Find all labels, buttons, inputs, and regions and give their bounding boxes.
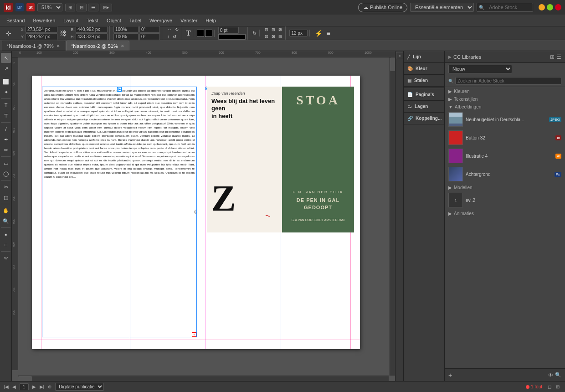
maximize-btn[interactable] — [547, 4, 553, 10]
next-page-btn[interactable]: ▶ — [32, 384, 36, 389]
model-item[interactable]: 1 evl.2 — [445, 191, 565, 209]
scale-y-input[interactable] — [113, 33, 139, 40]
h-input[interactable] — [76, 33, 108, 40]
stoa-book-cover[interactable]: STOA H.N. VAN DER TUUK DE PEN IN GALGEDO… — [282, 87, 354, 232]
cc-library-select[interactable]: Nieuw — [448, 65, 512, 73]
arrange-btn3[interactable]: ☰ — [88, 4, 98, 11]
scrollbar-vertical[interactable] — [390, 57, 395, 376]
tekenstijlen-section[interactable]: ▶ Tekenstijlen — [445, 95, 565, 103]
essentials-select[interactable]: Essentiële elementen — [410, 3, 474, 12]
rotate-ccw-btn[interactable]: ↺ — [171, 33, 178, 40]
lijn-panel-header[interactable]: ╱ Lijn — [404, 51, 444, 63]
animaties-section[interactable]: ▶ Animaties — [445, 209, 565, 217]
afbeeldingen-section[interactable]: ▼ Afbeeldingen — [445, 103, 565, 110]
arrange-btn2[interactable]: ⊟ — [77, 4, 87, 11]
stock-search-input[interactable] — [485, 4, 531, 11]
cc-search-cloud-btn[interactable]: 🔍 — [555, 372, 561, 378]
align-btn5[interactable]: ⊠ — [270, 33, 277, 40]
stroke-width-input[interactable] — [218, 27, 239, 34]
asset-item-3[interactable]: Achtergrond Ps — [445, 165, 565, 183]
kleur-panel-header[interactable]: 🎨 Kleur — [404, 63, 444, 75]
menu-bestand[interactable]: Bestand — [3, 17, 28, 24]
y-input[interactable] — [26, 33, 57, 40]
publication-type-select[interactable]: Digitale publicatie — [55, 383, 104, 391]
view-icon-1[interactable]: ◻ — [546, 383, 553, 391]
menu-venster[interactable]: Venster — [177, 17, 201, 24]
type-path-tool[interactable]: Ƭ — [1, 111, 11, 121]
align-btn6[interactable]: ⊞ — [277, 33, 283, 40]
close-btn[interactable] — [555, 4, 561, 10]
align-btn2[interactable]: ⊞ — [270, 26, 277, 33]
cc-search-input[interactable] — [455, 77, 561, 85]
fill-tool[interactable]: ■ — [1, 229, 11, 239]
hand-tool[interactable]: ✋ — [1, 206, 11, 216]
cc-libraries-header[interactable]: ▶ CC Libraries ⊞ ☰ — [445, 51, 565, 63]
arrange-btn1[interactable]: ⊞ — [65, 4, 75, 11]
gradient-tool[interactable]: ◫ — [1, 192, 11, 202]
fill-color-swatch[interactable] — [205, 30, 212, 37]
stalen-panel-header[interactable]: ▦ Stalen — [404, 75, 444, 87]
zoom-tool[interactable]: 🔍 — [1, 216, 11, 226]
text-frame-left[interactable]: Xercindundae nei arpe ni tem a pel it iu… — [42, 87, 197, 337]
paginas-panel-header[interactable]: 📄 Pagina's — [404, 89, 444, 101]
tab-naamloos-2[interactable]: *Naamloos-2 @ 51% ✕ — [66, 41, 129, 51]
thread-out-indicator[interactable]: ▶ — [194, 210, 197, 214]
scissors-tool[interactable]: ✂ — [1, 182, 11, 192]
align-btn3[interactable]: ⊠ — [277, 26, 283, 33]
menu-tabel[interactable]: Tabel — [126, 17, 145, 24]
cc-grid-btn[interactable]: ⊞ — [550, 54, 555, 60]
menu-help[interactable]: Help — [202, 17, 220, 24]
pen-tool[interactable]: ✒ — [1, 134, 11, 144]
last-page-btn[interactable]: ▶| — [40, 384, 45, 389]
stroke-tool[interactable]: □ — [1, 240, 11, 250]
angle1-input[interactable] — [139, 26, 160, 33]
cc-eye-btn[interactable]: 👁 — [548, 372, 553, 378]
view-icon-2[interactable]: ⊞ — [554, 383, 561, 391]
rotate-cw-btn[interactable]: ↻ — [174, 26, 180, 33]
page-tool[interactable]: ⬜ — [1, 77, 11, 87]
add-page-btn[interactable]: ⊕ — [48, 384, 51, 389]
stroke-color-swatch[interactable] — [197, 30, 204, 37]
canvas-area[interactable]: 0 100 200 300 400 500 600 700 800 900 10… — [12, 51, 395, 381]
preview-mode-btn[interactable]: W — [1, 253, 11, 263]
select-tool[interactable]: ↖ — [1, 53, 11, 63]
cc-add-btn[interactable]: + — [448, 371, 452, 379]
scrollbar-horizontal[interactable] — [18, 376, 389, 381]
arrange-btn4[interactable]: ⊞▾ — [100, 4, 112, 11]
menu-weergave[interactable]: Weergave — [146, 17, 176, 24]
menu-tekst[interactable]: Tekst — [83, 17, 102, 24]
align-btn4[interactable]: ⊡ — [263, 33, 270, 40]
line-tool[interactable]: / — [1, 124, 11, 134]
menu-object[interactable]: Object — [103, 17, 125, 24]
first-page-btn[interactable]: |◀ — [4, 384, 9, 389]
minimize-btn[interactable] — [539, 4, 545, 10]
x-input[interactable] — [26, 26, 57, 33]
font-size-input[interactable] — [289, 30, 308, 36]
jaap-book-cover[interactable]: Jaap van Heerden Wees blij dat het leven… — [207, 87, 282, 232]
align-btn1[interactable]: ⊟ — [263, 26, 270, 33]
b-input[interactable] — [76, 26, 108, 33]
koppeling-panel-header[interactable]: 🔗 Koppeling... — [404, 113, 444, 124]
type-tool[interactable]: T — [1, 100, 11, 110]
error-indicator[interactable]: 1 fout — [526, 384, 542, 389]
collapse-right-btn[interactable]: « — [396, 52, 403, 59]
prev-page-btn[interactable]: ◀ — [12, 384, 16, 389]
modellen-section[interactable]: ▶ Modellen — [445, 183, 565, 191]
menu-layout[interactable]: Layout — [60, 17, 82, 24]
flip-v-btn[interactable]: ↕ — [166, 33, 171, 40]
constrain-btn[interactable]: ⛓ — [58, 29, 67, 38]
flip-h-btn[interactable]: ↔ — [166, 26, 173, 33]
asset-item-1[interactable]: Button 32 Id — [445, 129, 565, 147]
tab-close-1[interactable]: ✕ — [56, 44, 60, 48]
tab-close-2[interactable]: ✕ — [121, 44, 124, 48]
menu-bewerken[interactable]: Bewerken — [29, 17, 59, 24]
zoom-select[interactable]: 51% 75% 100% — [37, 3, 62, 11]
gap-tool[interactable]: ✦ — [1, 87, 11, 97]
publish-online-button[interactable]: ☁ Publish Online — [358, 3, 407, 12]
tab-naamloos-1[interactable]: *Naamloos-1 @ 79% ✕ — [2, 41, 65, 51]
effects-btn[interactable]: ⚡ — [313, 29, 324, 38]
kleuren-section[interactable]: ▶ Kleuren — [445, 87, 565, 95]
stock-icon[interactable]: St — [26, 3, 35, 11]
page-number-input[interactable] — [20, 383, 29, 390]
pencil-tool[interactable]: ✏ — [1, 145, 11, 155]
